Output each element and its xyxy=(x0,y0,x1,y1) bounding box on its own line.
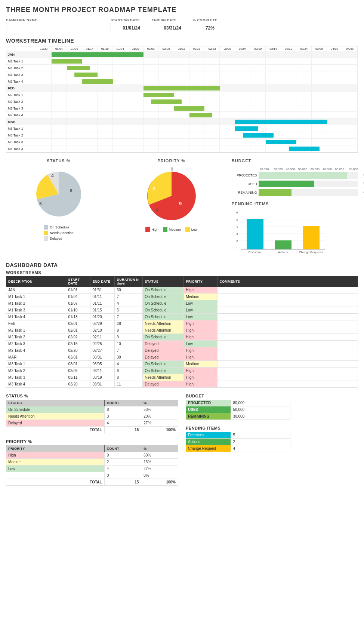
svg-text:2: 2 xyxy=(153,186,155,191)
priority-total-pct: 100% xyxy=(141,479,178,486)
priority-chart-title: PRIORITY % xyxy=(119,159,224,163)
table-cell: 02/02 xyxy=(66,334,90,341)
table-cell xyxy=(217,381,358,388)
svg-text:4: 4 xyxy=(156,207,159,213)
gantt-row: MAR xyxy=(6,119,358,125)
table-cell: High xyxy=(183,381,217,388)
svg-text:4: 4 xyxy=(51,173,54,178)
table-cell: 10 xyxy=(114,341,142,347)
table-cell: M1 Task 3 xyxy=(6,307,66,314)
gantt-cell xyxy=(36,139,52,145)
timeline-title: WORKSTREAM TIMELINE xyxy=(6,38,358,44)
gantt-cell xyxy=(235,92,250,98)
table-cell: On Schedule xyxy=(142,300,183,307)
priority-total-row: TOTAL 15 100% xyxy=(6,479,178,486)
gantt-cell xyxy=(327,58,342,64)
campaign-name-value xyxy=(6,23,111,33)
table-row: M2 Task 202/0202/119On ScheduleHigh xyxy=(6,334,358,341)
gantt-cell xyxy=(159,105,174,111)
table-cell: High xyxy=(183,368,217,374)
gantt-cell xyxy=(159,132,174,138)
table-cell: Needs Attention xyxy=(142,320,183,327)
col-description: DESCRIPTION xyxy=(6,276,66,287)
gantt-cell xyxy=(67,145,82,152)
on-schedule-count: 8 xyxy=(104,406,141,413)
gantt-row: M2 Task 3 xyxy=(6,105,358,112)
status-col-count: COUNT xyxy=(104,400,141,406)
table-cell: High xyxy=(183,320,217,327)
gantt-cell xyxy=(220,98,235,105)
priority-high: High xyxy=(6,452,104,459)
gantt-cell xyxy=(250,51,266,58)
gantt-cell xyxy=(98,98,113,105)
gantt-cell xyxy=(327,119,342,125)
gantt-cell xyxy=(144,65,159,71)
table-cell: 5 xyxy=(114,307,142,314)
table-row: M2 Task 102/0102/109Needs AttentionHigh xyxy=(6,327,358,334)
gantt-cell xyxy=(174,145,189,152)
gantt-cell xyxy=(220,58,235,64)
gantt-cell xyxy=(113,119,128,125)
gantt-cell xyxy=(159,139,174,145)
table-row: M3 Task 203/0503/116On ScheduleHigh xyxy=(6,368,358,374)
gantt-row: M2 Task 2 xyxy=(6,98,358,105)
gantt-cell xyxy=(67,105,82,111)
table-cell: On Schedule xyxy=(142,287,183,294)
complete-label: % COMPLETE xyxy=(193,18,226,22)
table-cell xyxy=(217,361,358,368)
gantt-cell xyxy=(159,65,174,71)
gantt-cell xyxy=(189,78,205,84)
table-cell: 30 xyxy=(114,287,142,294)
gantt-cell xyxy=(67,119,82,125)
gantt-cell xyxy=(235,112,250,118)
gantt-cell xyxy=(159,119,174,125)
gantt-cell xyxy=(52,71,67,78)
table-cell xyxy=(217,354,358,361)
bottom-tables: STATUS % STATUS COUNT % On Schedule 8 53… xyxy=(6,394,358,486)
gantt-cell xyxy=(327,98,342,105)
table-cell: 01/11 xyxy=(90,294,114,300)
gantt-cell xyxy=(327,125,342,132)
gantt-cell xyxy=(204,51,220,58)
table-cell: 01/20 xyxy=(90,314,114,320)
gantt-cell xyxy=(204,78,220,84)
gantt-cell xyxy=(52,78,67,84)
medium-count: 2 xyxy=(104,459,141,465)
status-total-label: TOTAL xyxy=(6,427,104,433)
gantt-cell xyxy=(159,58,174,64)
campaign-name-label: CAMPAIGN NAME xyxy=(6,18,111,22)
table-cell: High xyxy=(183,334,217,341)
gantt-cell xyxy=(189,92,205,98)
remaining-cell: REMAINING xyxy=(186,413,231,420)
budget-chart-title: BUDGET xyxy=(232,159,358,163)
gantt-date-header: 04/08 xyxy=(342,46,358,51)
table-cell: M1 Task 4 xyxy=(6,314,66,320)
gantt-cell xyxy=(296,51,312,58)
gantt-cell xyxy=(327,71,342,78)
change-request-cell: Change Request xyxy=(186,445,231,452)
table-cell: 8 xyxy=(114,374,142,381)
table-cell xyxy=(217,341,358,347)
gantt-cell xyxy=(113,145,128,152)
gantt-cell xyxy=(235,78,250,84)
gantt-cell xyxy=(266,92,281,98)
status-col-status: STATUS xyxy=(6,400,104,406)
campaign-section: CAMPAIGN NAME STARTING DATE ENDING DATE … xyxy=(6,18,358,33)
table-cell: High xyxy=(183,347,217,354)
gantt-cell xyxy=(174,125,189,132)
gantt-cell xyxy=(281,112,296,118)
ending-date-label: ENDING DATE xyxy=(152,18,193,22)
gantt-cell xyxy=(220,105,235,111)
gantt-cell xyxy=(67,78,82,84)
table-cell: Delayed xyxy=(142,381,183,388)
gantt-cell xyxy=(36,112,52,118)
gantt-cell xyxy=(250,78,266,84)
gantt-cell xyxy=(67,139,82,145)
gantt-cell xyxy=(312,92,327,98)
svg-text:Decisions: Decisions xyxy=(248,251,261,254)
gantt-cell xyxy=(312,71,327,78)
gantt-cell xyxy=(235,71,250,78)
gantt-date-header: 01/29 xyxy=(128,46,144,51)
low-count: 4 xyxy=(104,465,141,472)
svg-text:6: 6 xyxy=(236,211,238,214)
